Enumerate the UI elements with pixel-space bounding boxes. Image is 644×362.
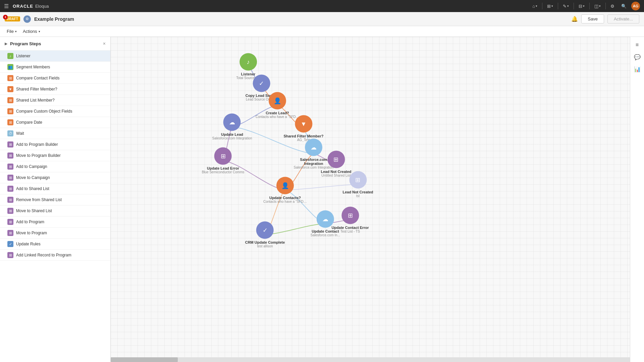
- scroll-thumb[interactable]: [111, 357, 178, 362]
- node-circle-update-lead: ☁: [223, 114, 241, 131]
- node-label-crm-update-complete: CRM Update Complete: [245, 240, 285, 244]
- sidebar-step-add-linked-record[interactable]: ⊞ Add Linked Record to Program: [0, 250, 110, 261]
- panel-list-btn[interactable]: ≡: [632, 40, 643, 50]
- oracle-logo: ORACLE Eloqua: [13, 4, 49, 9]
- node-sublabel-crm-update-complete: test allison: [257, 244, 273, 248]
- sidebar-step-shared-filter-member[interactable]: ▼ Shared Filter Member?: [0, 84, 110, 95]
- draft-badge: 3 DRAFT: [5, 16, 20, 21]
- step-label-update-rules: Update Rules: [16, 242, 41, 246]
- sidebar-step-shared-list-member[interactable]: ⊞ Shared List Member?: [0, 95, 110, 106]
- sidebar-step-move-to-shared-list[interactable]: ⊞ Move to Shared List: [0, 205, 110, 217]
- program-title: Example Program: [34, 16, 74, 22]
- actions-menu-caret: ▾: [39, 30, 40, 33]
- canvas-node-update-lead-error[interactable]: ⊞ Update Lead Error Blue Semiconductor C…: [202, 147, 245, 174]
- step-icon-move-to-program: ⊞: [7, 230, 13, 236]
- step-icon-add-linked-record: ⊞: [7, 252, 13, 258]
- node-sublabel-lead-not-created-2: tst: [356, 194, 360, 198]
- step-label-remove-from-shared-list: Remove from Shared List: [16, 197, 62, 202]
- node-icon-update-lead: ☁: [229, 119, 235, 126]
- actions-menu[interactable]: Actions ▾: [21, 28, 42, 35]
- oracle-text: ORACLE: [13, 4, 33, 9]
- node-circle-crm-update-complete: ✓: [256, 222, 274, 239]
- edit-nav-btn[interactable]: ✎ ▾: [561, 2, 571, 10]
- activate-button[interactable]: Activate...: [607, 14, 639, 23]
- canvas-node-update-lead[interactable]: ☁ Update Lead Salesforce.com Integration: [212, 114, 252, 140]
- home-nav-btn[interactable]: ⌂ ▾: [530, 2, 539, 10]
- step-icon-update-rules: ✓: [7, 241, 13, 247]
- sidebar-step-listener[interactable]: ♪ Listener: [0, 51, 110, 62]
- sidebar-title: Program Steps: [10, 41, 41, 46]
- node-icon-listener: ♪: [247, 58, 250, 65]
- node-sublabel-update-contacts: Contacts who have a "SFDC C...: [263, 200, 307, 203]
- sidebar-step-compare-contact-fields[interactable]: ⊞ Compare Contact Fields: [0, 73, 110, 84]
- draft-label: DRAFT: [7, 17, 18, 21]
- step-label-move-to-program-builder: Move to Program Builder: [16, 153, 61, 158]
- bell-icon[interactable]: 🔔: [571, 16, 578, 22]
- node-circle-copy-lead-source: ✓: [253, 75, 270, 92]
- hamburger-icon[interactable]: ☰: [4, 3, 9, 9]
- sidebar-step-wait[interactable]: ⏱ Wait: [0, 128, 110, 139]
- sidebar-close-button[interactable]: ×: [103, 41, 106, 46]
- user-avatar[interactable]: AG: [631, 2, 640, 10]
- grid-nav-btn[interactable]: ⊞ ▾: [545, 2, 555, 10]
- actionbar: File ▾ Actions ▾: [0, 26, 644, 37]
- canvas-node-create-lead[interactable]: 👤 Create Lead? Contacts who have a "SFDC…: [256, 92, 299, 119]
- canvas-container[interactable]: ♪ Listener Total Sources: 1 ✓ Copy Lead …: [111, 37, 630, 362]
- step-icon-listener: ♪: [7, 53, 13, 59]
- node-label-lead-not-created-2: Lead Not Created: [342, 190, 373, 194]
- step-label-move-to-shared-list: Move to Shared List: [16, 208, 52, 213]
- save-button[interactable]: Save: [581, 14, 604, 23]
- node-sublabel-update-lead-error: Blue Semiconductor Comms: [202, 170, 245, 174]
- file-menu[interactable]: File ▾: [5, 28, 19, 35]
- canvas-node-update-contacts[interactable]: 👤 Update Contacts? Contacts who have a "…: [263, 177, 307, 203]
- sidebar-step-move-to-program[interactable]: ⊞ Move to Program: [0, 228, 110, 239]
- canvas-node-shared-filter[interactable]: ▼ Shared Filter Member? AG_Test: [283, 115, 323, 142]
- step-label-listener: Listener: [16, 54, 31, 58]
- search-nav-btn[interactable]: 🔍: [619, 2, 629, 10]
- apps-nav-btn[interactable]: ⊟ ▾: [577, 2, 587, 10]
- bottom-scrollbar[interactable]: [111, 357, 630, 362]
- step-icon-shared-filter-member: ▼: [7, 86, 13, 92]
- node-icon-update-contact-error: ⊞: [348, 212, 353, 219]
- node-label-update-contact-error: Update Contact Error: [331, 226, 369, 230]
- sidebar-step-segment-members[interactable]: 👥 Segment Members: [0, 62, 110, 73]
- panel-comment-btn[interactable]: 💬: [632, 52, 643, 62]
- settings-nav-btn[interactable]: ⚙: [608, 2, 616, 10]
- node-sublabel-update-contact-error: Test List - TS: [340, 230, 360, 233]
- node-icon-update-contacts: 👤: [281, 182, 289, 189]
- node-icon-crm-update-complete: ✓: [263, 227, 268, 234]
- sidebar-header[interactable]: ▶ Program Steps ×: [0, 37, 110, 51]
- sidebar-step-add-to-program[interactable]: ⊞ Add to Program: [0, 217, 110, 228]
- sidebar-step-compare-custom-object[interactable]: ⊞ Compare Custom Object Fields: [0, 106, 110, 117]
- canvas-node-crm-update-complete[interactable]: ✓ CRM Update Complete test allison: [245, 222, 285, 248]
- step-label-segment-members: Segment Members: [16, 65, 50, 69]
- node-icon-update-contact: ☁: [322, 216, 328, 223]
- node-icon-create-lead: 👤: [274, 97, 281, 105]
- node-circle-update-contacts: 👤: [276, 177, 294, 194]
- sidebar-step-add-to-shared-list[interactable]: ⊞ Add to Shared List: [0, 183, 110, 194]
- canvas-node-update-contact-error[interactable]: ⊞ Update Contact Error Test List - TS: [331, 207, 369, 233]
- node-icon-shared-filter: ▼: [301, 120, 307, 127]
- node-circle-shared-filter: ▼: [295, 115, 312, 133]
- sidebar-step-move-to-campaign[interactable]: ⊞ Move to Campaign: [0, 172, 110, 183]
- step-icon-move-to-campaign: ⊞: [7, 175, 13, 181]
- step-icon-add-to-program-builder: ⊞: [7, 141, 13, 147]
- sidebar-step-add-to-program-builder[interactable]: ⊞ Add to Program Builder: [0, 139, 110, 150]
- step-label-compare-contact-fields: Compare Contact Fields: [16, 76, 59, 80]
- program-icon: ⚙: [23, 15, 31, 23]
- sidebar-step-remove-from-shared-list[interactable]: ⊞ Remove from Shared List: [0, 194, 110, 205]
- subheader: 3 DRAFT ⚙ Example Program 🔔 Save Activat…: [0, 12, 644, 26]
- right-panel: ≡ 💬 📊: [630, 37, 644, 362]
- sidebar-step-update-rules[interactable]: ✓ Update Rules: [0, 239, 110, 250]
- step-icon-compare-date: ⊞: [7, 119, 13, 125]
- file-menu-caret: ▾: [15, 30, 17, 33]
- sidebar-step-add-to-campaign[interactable]: ⊞ Add to Campaign: [0, 161, 110, 172]
- panel-chart-btn[interactable]: 📊: [632, 64, 643, 74]
- sidebar-step-move-to-program-builder[interactable]: ⊞ Move to Program Builder: [0, 150, 110, 161]
- sidebar-step-compare-date[interactable]: ⊞ Compare Date: [0, 117, 110, 128]
- topbar-icons: ⌂ ▾ ⊞ ▾ ✎ ▾ ⊟ ▾ ◫ ▾ ⚙ 🔍 AG: [530, 2, 640, 10]
- node-circle-lead-not-created-2: ⊞: [349, 171, 367, 189]
- canvas-node-lead-not-created-2[interactable]: ⊞ Lead Not Created tst: [342, 171, 373, 198]
- step-icon-shared-list-member: ⊞: [7, 97, 13, 103]
- chart-nav-btn[interactable]: ◫ ▾: [592, 2, 603, 10]
